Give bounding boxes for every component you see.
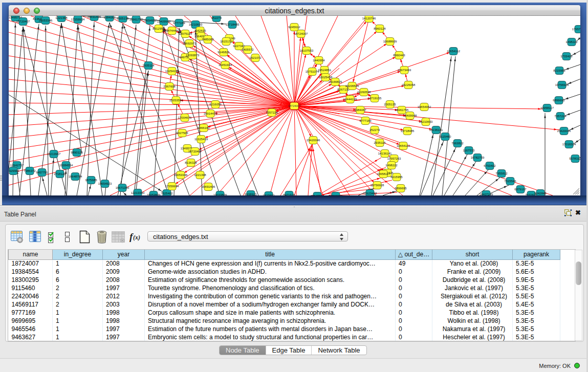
svg-text:19654952: 19654952 [418, 105, 431, 108]
svg-text:13718485: 13718485 [226, 23, 239, 26]
svg-text:15353594: 15353594 [169, 99, 183, 102]
svg-text:252274: 252274 [211, 16, 222, 19]
svg-text:10688609: 10688609 [383, 40, 397, 43]
svg-text:9474444: 9474444 [166, 29, 178, 32]
svg-text:11325419: 11325419 [194, 138, 208, 141]
svg-text:9777169: 9777169 [173, 21, 185, 25]
svg-text:14136141: 14136141 [378, 152, 392, 155]
svg-text:1405572: 1405572 [242, 48, 254, 51]
svg-text:15409948: 15409948 [403, 114, 417, 117]
svg-text:13254193: 13254193 [165, 70, 179, 73]
svg-text:23420046: 23420046 [557, 129, 571, 133]
svg-text:10025458: 10025458 [319, 76, 333, 79]
svg-text:9146821: 9146821 [217, 51, 230, 54]
svg-text:16961755: 16961755 [129, 18, 143, 21]
svg-text:18407249: 18407249 [480, 193, 493, 195]
svg-text:14120746: 14120746 [362, 17, 376, 20]
svg-text:8215955: 8215955 [390, 176, 403, 179]
svg-text:17004676: 17004676 [178, 116, 192, 119]
svg-text:23420046: 23420046 [307, 139, 320, 142]
svg-text:7386372: 7386372 [24, 169, 36, 172]
svg-text:18724007: 18724007 [288, 104, 300, 107]
svg-text:1384067: 1384067 [103, 16, 116, 19]
svg-text:1498222: 1498222 [385, 164, 398, 167]
svg-text:10654112: 10654112 [397, 144, 410, 147]
svg-text:9245612: 9245612 [288, 26, 300, 29]
svg-text:7357224: 7357224 [554, 115, 567, 118]
svg-text:15720407: 15720407 [188, 150, 202, 153]
svg-text:17359934: 17359934 [165, 185, 179, 188]
svg-text:19166825: 19166825 [329, 80, 342, 83]
svg-text:9242848: 9242848 [534, 192, 547, 195]
svg-text:8938923: 8938923 [245, 193, 257, 195]
svg-text:6793402: 6793402 [484, 164, 496, 167]
svg-text:3875685: 3875685 [85, 179, 97, 182]
svg-text:16914479: 16914479 [204, 112, 217, 115]
svg-text:1615172: 1615172 [220, 40, 232, 43]
svg-text:6879197: 6879197 [514, 188, 527, 191]
svg-text:19756928: 19756928 [371, 184, 384, 187]
svg-text:19756928: 19756928 [555, 83, 569, 86]
svg-text:15692971: 15692971 [183, 42, 197, 45]
svg-text:2718120: 2718120 [54, 172, 66, 176]
svg-text:12975115: 12975115 [179, 32, 192, 35]
svg-text:20053346: 20053346 [39, 19, 53, 22]
svg-text:13718485: 13718485 [401, 129, 415, 133]
svg-text:1440954: 1440954 [313, 59, 325, 62]
svg-text:1498222: 1498222 [565, 40, 578, 43]
svg-text:9115460: 9115460 [440, 135, 452, 138]
svg-text:1221398: 1221398 [194, 173, 206, 177]
svg-text:10654112: 10654112 [447, 50, 461, 53]
svg-text:7485063: 7485063 [202, 38, 214, 41]
svg-text:16648784: 16648784 [69, 175, 82, 178]
svg-text:16671355: 16671355 [116, 186, 129, 189]
svg-text:20053346: 20053346 [174, 173, 188, 177]
svg-text:1221398: 1221398 [55, 16, 68, 19]
svg-text:19654923: 19654923 [98, 182, 112, 185]
svg-text:6216059: 6216059 [209, 103, 222, 106]
svg-text:6466160: 6466160 [198, 126, 210, 129]
svg-text:7357224: 7357224 [266, 111, 278, 114]
svg-text:7955812: 7955812 [495, 172, 508, 175]
svg-text:9457791: 9457791 [36, 171, 48, 174]
svg-text:14136141: 14136141 [429, 128, 443, 132]
svg-text:6899695: 6899695 [553, 99, 565, 102]
svg-text:17957263: 17957263 [387, 157, 401, 160]
svg-text:16210693: 16210693 [189, 23, 203, 26]
svg-text:2305135: 2305135 [384, 103, 396, 106]
svg-text:12942757: 12942757 [10, 164, 24, 167]
svg-text:12923468: 12923468 [363, 192, 377, 195]
svg-text:9327505: 9327505 [176, 132, 188, 135]
svg-text:9890123: 9890123 [71, 151, 83, 154]
svg-text:10958117: 10958117 [540, 106, 554, 110]
svg-text:16107553: 16107553 [300, 49, 314, 52]
svg-text:1162615: 1162615 [194, 29, 207, 32]
svg-text:16543362: 16543362 [311, 194, 324, 195]
svg-text:18300295: 18300295 [329, 194, 343, 195]
svg-text:17016504: 17016504 [562, 143, 576, 146]
svg-text:7663822: 7663822 [451, 142, 464, 145]
svg-text:(x): (x) [133, 234, 140, 241]
svg-text:8960124: 8960124 [374, 27, 386, 30]
svg-text:1527602: 1527602 [263, 194, 275, 195]
svg-text:12213967: 12213967 [47, 152, 61, 156]
svg-text:1167533: 1167533 [463, 149, 475, 152]
svg-text:1384067: 1384067 [354, 108, 366, 112]
svg-text:20691406: 20691406 [202, 185, 215, 188]
svg-text:9329996: 9329996 [9, 169, 19, 172]
svg-text:8136328: 8136328 [185, 161, 197, 164]
svg-text:5578312: 5578312 [569, 157, 580, 160]
svg-text:19384554: 19384554 [59, 164, 73, 167]
svg-text:16961755: 16961755 [395, 108, 409, 112]
svg-text:10973493: 10973493 [398, 69, 411, 72]
svg-text:8471626: 8471626 [283, 193, 295, 195]
svg-text:8990443: 8990443 [393, 54, 405, 57]
svg-text:252274: 252274 [369, 128, 380, 132]
svg-text:11451944: 11451944 [219, 63, 232, 67]
svg-text:12213393: 12213393 [131, 191, 145, 194]
svg-text:12444139: 12444139 [343, 98, 357, 101]
svg-text:15720407: 15720407 [16, 20, 30, 23]
svg-text:17957263: 17957263 [572, 28, 580, 31]
svg-text:10719155: 10719155 [368, 97, 382, 100]
svg-text:10033809: 10033809 [213, 193, 227, 195]
